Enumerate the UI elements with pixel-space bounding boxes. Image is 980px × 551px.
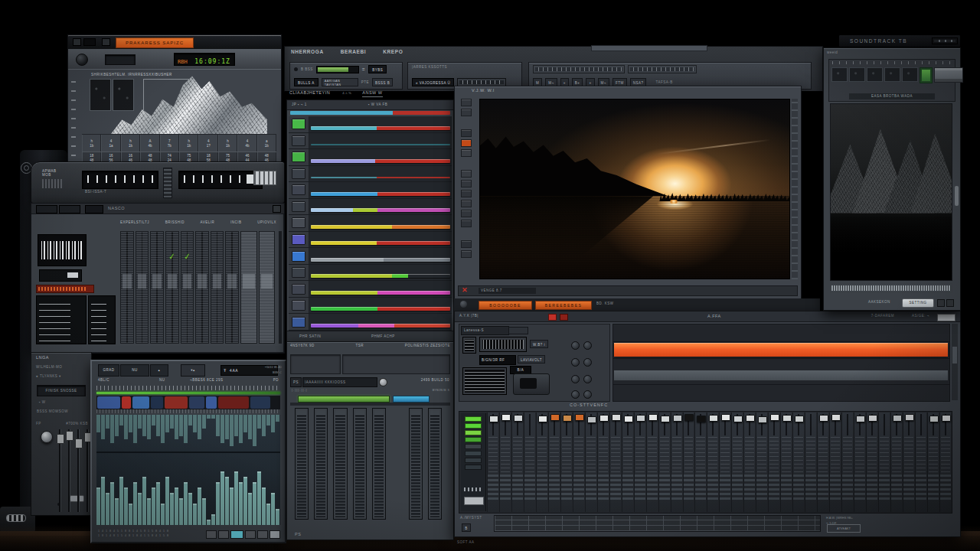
monitor-tool-button[interactable] [461, 200, 472, 207]
media-thumbnail[interactable] [884, 67, 900, 82]
rpan-scroll-handle[interactable] [955, 186, 959, 206]
mixer-channel[interactable] [560, 412, 572, 512]
gray-clip[interactable] [614, 370, 948, 380]
meter-strip[interactable] [333, 408, 347, 520]
track-lane[interactable] [309, 149, 452, 165]
fader-cap[interactable] [758, 416, 767, 423]
media-thumbnail[interactable] [867, 67, 883, 82]
viewer-wide-button[interactable] [934, 67, 963, 83]
fader-cap[interactable] [746, 415, 755, 422]
wave-tool-button-1[interactable]: GRAD [98, 364, 119, 377]
mixer-channel[interactable] [597, 412, 609, 512]
fader-cap[interactable] [636, 415, 645, 422]
fader-handle[interactable] [66, 431, 74, 441]
frame-cell[interactable]: a1b [257, 135, 276, 152]
track-lane[interactable] [309, 248, 452, 264]
patch-strip[interactable] [240, 231, 257, 344]
clip-segment[interactable] [189, 396, 204, 409]
menu-item-3[interactable]: KREPO [383, 49, 403, 54]
fader-cap[interactable] [819, 415, 828, 422]
media-thumbnail-green[interactable] [920, 67, 933, 83]
mixer-channel[interactable] [731, 412, 743, 512]
toolbar-top-tab[interactable] [591, 45, 707, 51]
mixer-channel[interactable] [585, 412, 596, 512]
track-row[interactable] [289, 265, 452, 282]
clip-segment[interactable] [122, 396, 131, 409]
wave-tool-button-4[interactable]: ▾▴ [181, 364, 205, 377]
patch-strip[interactable] [150, 231, 164, 344]
mountain-preview-image[interactable] [111, 70, 267, 134]
mixer-channel[interactable] [487, 412, 498, 512]
fader-cap[interactable] [721, 414, 730, 421]
tl-button-2[interactable]: LAVIAVOLT [518, 355, 545, 364]
clip-thumbnail-2[interactable] [113, 79, 134, 111]
menu-item-1[interactable]: NHERROGA [291, 49, 324, 54]
track-row[interactable] [289, 116, 452, 133]
rack-end-button[interactable] [253, 171, 276, 185]
track-row[interactable] [289, 232, 452, 249]
rack-slider[interactable] [163, 168, 172, 198]
track-icon-cell[interactable] [289, 199, 309, 215]
clip-thumbnail-1[interactable] [90, 79, 111, 111]
monitor-tool-button[interactable] [461, 240, 472, 248]
scroll-handle[interactable] [952, 347, 957, 364]
fader-cap[interactable] [648, 414, 658, 421]
mixer-channel[interactable] [878, 412, 890, 512]
mixer-channel[interactable] [743, 412, 755, 512]
fader-cap[interactable] [709, 415, 718, 422]
ps-button[interactable]: PS [290, 377, 302, 387]
monitor-tool-button[interactable] [461, 99, 472, 106]
timeline-tracks[interactable] [612, 324, 950, 402]
round-button-2[interactable] [583, 341, 592, 350]
mixer-channel[interactable] [890, 412, 902, 512]
footer-right-button[interactable]: ATVEAKT [827, 524, 861, 533]
monitor-tool-button[interactable] [461, 190, 472, 197]
frame-cell[interactable]: h1b [218, 135, 237, 152]
track-row[interactable] [289, 298, 452, 315]
track-icon-cell[interactable] [289, 265, 309, 281]
master-light-button[interactable] [464, 497, 484, 505]
timeline-scrollbar[interactable] [952, 324, 958, 400]
wave-tool-button-2[interactable]: NU [120, 364, 149, 377]
bulls-button[interactable]: BULLS A [294, 78, 318, 86]
frame-cell[interactable]: h1b [121, 135, 140, 152]
mixer-channel[interactable] [805, 412, 816, 512]
sequence-tab-button[interactable] [508, 327, 528, 334]
record-indicator-2[interactable] [560, 314, 568, 321]
wave-fbtn[interactable] [218, 530, 229, 539]
patch-titlebar[interactable]: NASCO [31, 204, 284, 214]
video-viewport[interactable] [479, 99, 790, 279]
tl-button-1[interactable]: W.B? i [530, 340, 548, 348]
fader-cap[interactable] [697, 416, 706, 422]
mixer-channel[interactable] [903, 412, 914, 512]
mixer-channel[interactable] [841, 412, 853, 512]
mixer-channel[interactable] [609, 412, 621, 512]
record-indicator[interactable] [548, 314, 557, 321]
monitor-tool-button[interactable] [461, 180, 472, 187]
mixer-channel[interactable] [683, 412, 694, 512]
mixer-channel[interactable] [829, 412, 841, 512]
patch-strip[interactable] [120, 231, 134, 344]
track-icon-cell[interactable] [289, 116, 309, 132]
aarigan-button[interactable]: AARIGAN TAVISTAN [322, 78, 358, 86]
meter-strip[interactable] [409, 408, 423, 520]
fader-cap[interactable] [587, 416, 596, 423]
media-thumbnail[interactable] [849, 67, 865, 82]
menu-item-2[interactable]: BERAEBI [341, 49, 366, 54]
round-button-4[interactable] [583, 358, 592, 367]
mixer-channel[interactable] [499, 412, 511, 512]
monitor-tool-button[interactable] [461, 109, 472, 116]
mixer-channel[interactable] [756, 412, 767, 512]
fader-cap[interactable] [782, 415, 792, 422]
track-lane[interactable] [309, 116, 452, 132]
track-icon-cell[interactable] [289, 298, 309, 314]
monitor-tool-button[interactable] [461, 210, 472, 217]
wave-fbtn[interactable] [257, 530, 268, 539]
fader-cap[interactable] [673, 415, 682, 422]
meter-strip[interactable] [314, 408, 328, 520]
track-lane[interactable] [309, 314, 452, 330]
setting-button[interactable]: SETTING [902, 298, 934, 308]
mixer-channel[interactable] [511, 412, 523, 512]
patch-strip[interactable]: ✓ [165, 231, 179, 344]
vajogressa-button[interactable]: « VAJOGRESSA Ü [412, 78, 454, 86]
